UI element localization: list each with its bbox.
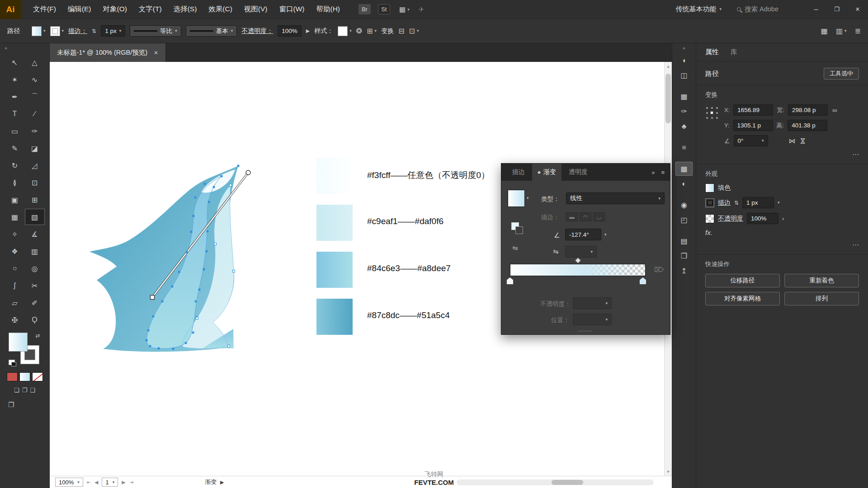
gradient-stop-left[interactable] bbox=[507, 277, 513, 284]
scale-tool[interactable]: ◿ bbox=[25, 157, 45, 174]
menu-select[interactable]: 选择(S) bbox=[168, 5, 203, 14]
draw-inside-icon[interactable]: ❑ bbox=[30, 387, 35, 394]
restore-button[interactable]: ❐ bbox=[826, 0, 847, 19]
menu-view[interactable]: 视图(V) bbox=[238, 5, 274, 14]
app-logo[interactable]: Ai bbox=[0, 0, 21, 19]
measure-tool[interactable]: ∡ bbox=[25, 226, 45, 242]
menu-effect[interactable]: 效果(C) bbox=[203, 5, 238, 14]
tab-gradient[interactable]: ◆ 渐变 bbox=[532, 164, 561, 181]
scroll-up-icon[interactable]: ▴ bbox=[665, 64, 672, 69]
flip-vertical-icon[interactable]: ⋈ bbox=[798, 137, 807, 144]
document-tab[interactable]: 未标题-1* @ 100% (RGB/预览) ✕ bbox=[50, 43, 166, 62]
gradient-midpoint-handle[interactable] bbox=[575, 258, 581, 263]
draw-behind-icon[interactable]: ❐ bbox=[22, 387, 28, 394]
appearance-stroke-swatch[interactable] bbox=[705, 198, 714, 207]
angle-chevron-icon[interactable]: ▾ bbox=[604, 233, 607, 237]
scroll-down-icon[interactable]: ▾ bbox=[665, 469, 672, 474]
menu-help[interactable]: 帮助(H) bbox=[310, 5, 346, 14]
direct-selection-tool[interactable]: △ bbox=[25, 54, 45, 70]
next-artboard-icon[interactable]: ▶ bbox=[122, 479, 125, 485]
color-panel-icon[interactable]: ◖ bbox=[675, 53, 693, 67]
gradient-button[interactable] bbox=[19, 372, 30, 381]
flip-horizontal-icon[interactable]: ⋈ bbox=[789, 137, 796, 145]
stroke-profile-dropdown[interactable]: 等比 ▾ bbox=[130, 25, 181, 37]
isolate-icon[interactable]: ⊟ bbox=[398, 27, 404, 35]
curvature-tool[interactable]: ⌒ bbox=[25, 89, 45, 105]
arrange-documents-icon[interactable]: ▦ bbox=[399, 5, 406, 14]
toolbar-collapse-icon[interactable]: « bbox=[5, 45, 7, 51]
gradient-swatch-chevron-icon[interactable]: ▾ bbox=[527, 196, 529, 200]
appearance-fill-swatch[interactable] bbox=[705, 183, 714, 192]
stroke-weight-field[interactable]: 1 px ▾ bbox=[101, 25, 125, 37]
stroke-panel-icon[interactable]: ≡ bbox=[675, 141, 693, 155]
column-graph-tool[interactable]: ▥ bbox=[25, 243, 45, 259]
appearance-stroke-field[interactable]: 1 px bbox=[742, 197, 774, 208]
panel-expand-icon[interactable]: » bbox=[651, 169, 655, 176]
hand-tool[interactable]: ✠ bbox=[5, 312, 25, 328]
slice-tool[interactable]: ✐ bbox=[25, 295, 45, 311]
shape-options-dropdown[interactable]: ⊡ ▾ bbox=[409, 27, 419, 35]
mesh-tool[interactable]: ▦ bbox=[5, 209, 25, 225]
artboards-panel-icon[interactable]: ❐ bbox=[675, 249, 693, 263]
recolor-artwork-icon[interactable]: ❂ bbox=[356, 27, 362, 35]
draw-normal-icon[interactable]: ❏ bbox=[14, 387, 19, 394]
eyedropper-tool[interactable]: ✧ bbox=[5, 226, 25, 242]
swatches-panel-icon[interactable]: ▦ bbox=[675, 89, 693, 103]
workspace-grid-icon[interactable]: ▦ bbox=[821, 27, 828, 35]
stop-opacity-dropdown[interactable]: ▾ bbox=[573, 297, 612, 309]
appearance-opacity-expand-icon[interactable]: › bbox=[782, 215, 784, 222]
blend-tool[interactable]: ❖ bbox=[5, 243, 25, 259]
stroke-gradient-along-icon[interactable]: ◠ bbox=[580, 212, 591, 221]
width-tool[interactable]: ≬ bbox=[5, 174, 25, 191]
artboard-tool[interactable]: ▱ bbox=[5, 295, 25, 311]
close-button[interactable]: ✕ bbox=[847, 0, 868, 19]
eraser-tool[interactable]: ◪ bbox=[25, 140, 45, 156]
opacity-field[interactable]: 100% bbox=[278, 25, 302, 37]
color-guide-panel-icon[interactable]: ◫ bbox=[675, 68, 693, 82]
shape-builder-tool[interactable]: ▣ bbox=[5, 192, 25, 208]
reference-point-locator[interactable] bbox=[705, 106, 719, 120]
first-artboard-icon[interactable]: ⇤ bbox=[87, 479, 91, 485]
dock-collapse-icon[interactable]: « bbox=[683, 45, 685, 51]
appearance-panel-icon[interactable]: ◉ bbox=[675, 198, 693, 212]
recolor-button[interactable]: 重新着色 bbox=[784, 274, 859, 287]
share-icon[interactable]: ✈ bbox=[419, 5, 425, 14]
scissors-tool[interactable]: ✂ bbox=[25, 277, 45, 294]
polar-grid-tool[interactable]: ◎ bbox=[25, 260, 45, 277]
ellipse-tool[interactable]: ○ bbox=[5, 260, 25, 277]
gradient-extra-dropdown[interactable]: ▾ bbox=[565, 246, 597, 258]
penguin-artwork[interactable] bbox=[86, 158, 267, 361]
menu-edit[interactable]: 编辑(E) bbox=[62, 5, 97, 14]
appearance-opacity-field[interactable]: 100% bbox=[747, 213, 778, 224]
fx-button[interactable]: fx. bbox=[705, 229, 712, 236]
symbols-panel-icon[interactable]: ♣ bbox=[675, 119, 693, 133]
gradient-panel-header[interactable]: 描边 ◆ 渐变 透明度 » ≡ bbox=[501, 164, 670, 181]
last-artboard-icon[interactable]: ⇥ bbox=[129, 479, 133, 485]
arrange-documents-chevron-icon[interactable]: ▾ bbox=[407, 7, 410, 12]
magic-wand-tool[interactable]: ✶ bbox=[5, 71, 25, 88]
layers-panel-icon[interactable]: ▤ bbox=[675, 234, 693, 248]
gradient-fill-swatch[interactable] bbox=[508, 190, 525, 207]
transform-more-options-icon[interactable]: ⋯ bbox=[852, 150, 859, 159]
appearance-opacity-swatch[interactable] bbox=[705, 214, 714, 223]
search-adobe[interactable]: 搜索 Adobe bbox=[737, 5, 778, 14]
offset-path-button[interactable]: 位移路径 bbox=[705, 274, 780, 287]
curve-tool[interactable]: ∫ bbox=[5, 277, 25, 294]
fill-stroke-toggle[interactable] bbox=[511, 222, 523, 234]
gradient-angle-field[interactable]: -127.4° bbox=[565, 229, 601, 240]
stroke-color-dropdown[interactable]: ▾ bbox=[50, 26, 64, 36]
panel-menu-icon[interactable]: ≡ bbox=[661, 169, 665, 176]
stock-button[interactable]: St bbox=[378, 4, 390, 14]
reverse-gradient-icon[interactable]: ⇋ bbox=[553, 248, 559, 256]
align-dropdown[interactable]: ⊞ ▾ bbox=[367, 27, 377, 35]
tab-libraries[interactable]: 库 bbox=[731, 48, 737, 56]
appearance-opacity-label[interactable]: 不透明度 bbox=[718, 215, 743, 223]
minimize-button[interactable]: ─ bbox=[806, 0, 826, 19]
arrange-button[interactable]: 排列 bbox=[784, 292, 859, 305]
width-field[interactable]: 298.08 p bbox=[788, 104, 828, 116]
y-field[interactable]: 1305.1 p bbox=[733, 120, 773, 131]
appearance-stroke-label[interactable]: 描边 bbox=[718, 199, 731, 207]
default-fill-stroke-icon[interactable] bbox=[9, 360, 15, 365]
appearance-stroke-stepper-icon[interactable]: ⇅ bbox=[734, 200, 739, 206]
gradient-stop-right[interactable] bbox=[640, 277, 646, 284]
